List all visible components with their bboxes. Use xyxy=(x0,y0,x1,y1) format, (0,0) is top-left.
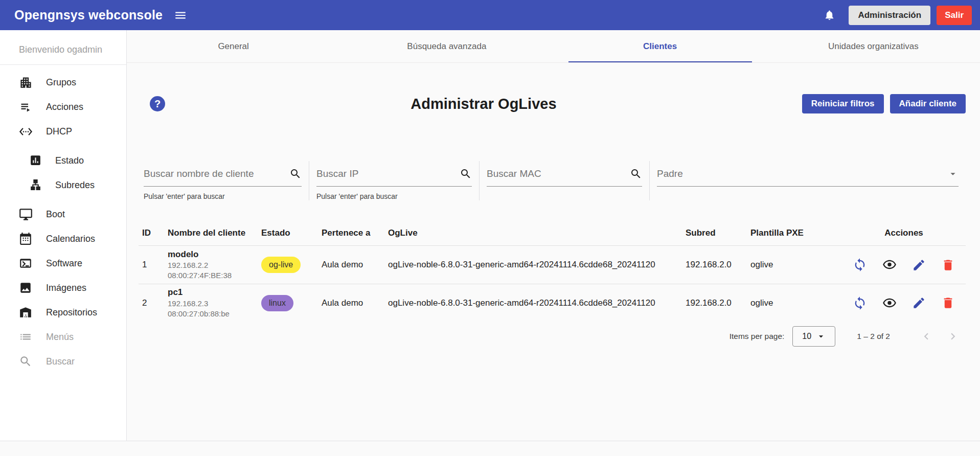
search-icon xyxy=(289,168,302,180)
administration-button[interactable]: Administración xyxy=(849,6,930,25)
tab-clientes[interactable]: Clientes xyxy=(554,30,767,62)
sidebar-item-imagenes[interactable]: Imágenes xyxy=(0,276,126,300)
mac-search-input[interactable] xyxy=(487,168,626,179)
sidebar-item-menus[interactable]: Menús xyxy=(0,325,126,349)
sidebar-item-label: Repositorios xyxy=(46,307,97,318)
client-name-cell: modelo 192.168.2.2 08:00:27:4F:BE:38 xyxy=(164,249,258,281)
view-eye-icon[interactable] xyxy=(882,296,897,310)
sidebar-item-grupos[interactable]: Grupos xyxy=(0,70,126,95)
tab-general[interactable]: General xyxy=(127,30,340,62)
warehouse-icon xyxy=(19,306,33,320)
edit-pencil-icon[interactable] xyxy=(912,258,926,272)
client-subnet: 192.168.2.0 xyxy=(682,260,747,270)
sidebar-item-label: Buscar xyxy=(46,356,75,367)
client-name: pc1 xyxy=(168,287,258,298)
client-actions xyxy=(838,296,966,310)
page-size-select[interactable]: 10 xyxy=(792,326,835,347)
sidebar-item-label: DHCP xyxy=(46,126,72,137)
parent-select-label: Padre xyxy=(657,168,947,179)
page-size-value: 10 xyxy=(802,332,816,341)
content-filler xyxy=(127,351,980,441)
desktop-icon xyxy=(19,208,33,221)
delete-trash-icon[interactable] xyxy=(941,258,955,272)
sidebar-item-software[interactable]: Software xyxy=(0,251,126,276)
client-belongs: Aula demo xyxy=(318,298,384,308)
view-eye-icon[interactable] xyxy=(882,258,897,272)
terminal-icon xyxy=(19,257,33,270)
sidebar-item-calendarios[interactable]: Calendarios xyxy=(0,226,126,251)
help-icon[interactable]: ? xyxy=(150,96,165,111)
tab-label: Clientes xyxy=(643,41,677,52)
delete-trash-icon[interactable] xyxy=(941,296,955,310)
add-client-button[interactable]: Añadir cliente xyxy=(890,94,966,113)
sidebar-item-boot[interactable]: Boot xyxy=(0,202,126,226)
notifications-bell-icon[interactable] xyxy=(824,9,835,21)
col-header-actions: Acciones xyxy=(838,228,966,238)
col-header-name: Nombre del cliente xyxy=(164,228,258,238)
client-pxe: oglive xyxy=(747,260,838,270)
client-mac: 08:00:27:4F:BE:38 xyxy=(168,270,258,281)
sidebar-item-label: Software xyxy=(46,258,82,269)
ip-filter: Pulsar 'enter' para buscar xyxy=(309,161,479,200)
sidebar-item-repositorios[interactable]: Repositorios xyxy=(0,300,126,325)
mac-filter xyxy=(479,161,649,200)
client-mac: 08:00:27:0b:88:be xyxy=(168,309,258,319)
search-icon xyxy=(19,355,33,369)
sync-icon[interactable] xyxy=(853,258,867,272)
sidebar-item-estado[interactable]: Estado xyxy=(0,148,126,173)
client-oglive: ogLive-noble-6.8.0-31-generic-amd64-r202… xyxy=(384,298,682,308)
image-icon xyxy=(19,281,33,295)
page-title: Administrar OgLives xyxy=(165,96,802,112)
search-icon xyxy=(630,168,642,180)
sidebar-item-label: Acciones xyxy=(46,102,83,112)
playlist-icon xyxy=(19,100,33,114)
client-name-filter: Pulsar 'enter' para buscar xyxy=(139,161,309,200)
sidebar-item-acciones[interactable]: Acciones xyxy=(0,95,126,119)
edit-pencil-icon[interactable] xyxy=(912,296,926,310)
filters-row: Pulsar 'enter' para buscar Pulsar 'enter… xyxy=(139,161,966,200)
previous-page-icon[interactable] xyxy=(920,330,933,343)
apartment-icon xyxy=(19,76,33,89)
table-row: 1 modelo 192.168.2.2 08:00:27:4F:BE:38 o… xyxy=(139,246,966,284)
client-name-search-input[interactable] xyxy=(144,168,285,179)
client-oglive: ogLive-noble-6.8.0-31-generic-amd64-r202… xyxy=(384,260,682,270)
sidebar-item-subredes[interactable]: Subredes xyxy=(0,173,126,197)
page-bottom-strip xyxy=(0,441,980,456)
menu-icon[interactable] xyxy=(174,9,187,22)
sidebar-item-label: Calendarios xyxy=(46,234,95,244)
tab-label: Unidades organizativas xyxy=(828,41,919,52)
welcome-text: Bienvenido ogadmin xyxy=(0,39,126,64)
tab-unidades-organizativas[interactable]: Unidades organizativas xyxy=(767,30,980,62)
sync-icon[interactable] xyxy=(853,296,867,310)
client-status-cell: linux xyxy=(258,295,318,311)
sidebar-item-buscar[interactable]: Buscar xyxy=(0,349,126,374)
sidebar-item-dhcp[interactable]: DHCP xyxy=(0,119,126,144)
items-per-page-label: Items per page: xyxy=(730,332,785,341)
logout-button[interactable]: Salir xyxy=(937,6,972,25)
sidebar-item-label: Grupos xyxy=(46,77,76,88)
sidebar-item-label: Imágenes xyxy=(46,283,86,293)
sidebar-item-label: Boot xyxy=(46,209,65,220)
chevron-down-icon xyxy=(947,168,959,179)
status-badge: linux xyxy=(261,295,293,311)
reset-filters-button[interactable]: Reiniciar filtros xyxy=(802,94,884,113)
client-belongs: Aula demo xyxy=(318,260,384,270)
sidebar-item-label: Menús xyxy=(46,332,74,343)
lan-icon xyxy=(29,178,43,192)
parent-select[interactable]: Padre xyxy=(657,161,959,187)
main-content: General Búsqueda avanzada Clientes Unida… xyxy=(127,30,980,441)
page-range-label: 1 – 2 of 2 xyxy=(857,332,890,341)
col-header-oglive: OgLive xyxy=(384,228,682,238)
ip-search-input[interactable] xyxy=(316,168,455,179)
enter-hint: Pulsar 'enter' para buscar xyxy=(316,192,472,200)
client-id: 1 xyxy=(139,260,164,270)
top-bar: Opengnsys webconsole Administración Sali… xyxy=(0,0,980,30)
client-ip: 192.168.2.3 xyxy=(168,299,258,309)
col-header-status: Estado xyxy=(258,228,318,238)
client-name-cell: pc1 192.168.2.3 08:00:27:0b:88:be xyxy=(164,287,258,318)
table-row: 2 pc1 192.168.2.3 08:00:27:0b:88:be linu… xyxy=(139,284,966,322)
analytics-icon xyxy=(29,154,43,168)
tab-busqueda-avanzada[interactable]: Búsqueda avanzada xyxy=(340,30,553,62)
search-icon xyxy=(460,168,472,180)
next-page-icon[interactable] xyxy=(946,330,960,343)
